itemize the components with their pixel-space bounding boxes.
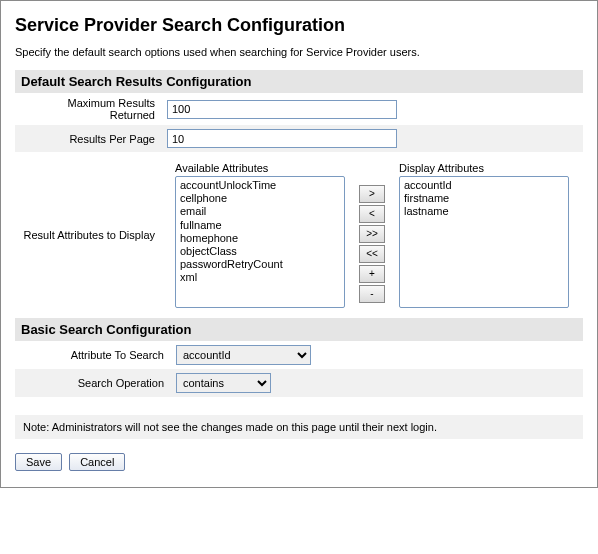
max-results-label: Maximum Results Returned <box>15 93 161 125</box>
attr-to-search-select[interactable]: accountId <box>176 345 311 365</box>
config-panel: Service Provider Search Configuration Sp… <box>0 0 598 488</box>
move-left-button[interactable]: < <box>359 205 385 223</box>
search-op-select[interactable]: contains <box>176 373 271 393</box>
move-down-button[interactable]: - <box>359 285 385 303</box>
save-button[interactable]: Save <box>15 453 62 471</box>
per-page-label: Results Per Page <box>15 125 161 152</box>
display-attrs-list[interactable]: accountIdfirstnamelastname <box>399 176 569 308</box>
basic-search-table: Attribute To Search accountId Search Ope… <box>15 341 583 397</box>
default-search-table: Maximum Results Returned Results Per Pag… <box>15 93 583 318</box>
note-bar: Note: Administrators will not see the ch… <box>15 415 583 439</box>
section-basic-header: Basic Search Configuration <box>15 318 583 341</box>
cancel-button[interactable]: Cancel <box>69 453 125 471</box>
move-all-right-button[interactable]: >> <box>359 225 385 243</box>
move-right-button[interactable]: > <box>359 185 385 203</box>
max-results-input[interactable] <box>167 100 397 119</box>
shuttle-buttons: > < >> << + - <box>359 167 385 303</box>
search-op-label: Search Operation <box>15 369 170 397</box>
page-title: Service Provider Search Configuration <box>15 15 583 36</box>
shuttle-table: Available Attributes accountUnlockTimece… <box>167 156 577 314</box>
display-attrs-header: Display Attributes <box>399 162 569 174</box>
move-up-button[interactable]: + <box>359 265 385 283</box>
attr-to-search-label: Attribute To Search <box>15 341 170 369</box>
page-description: Specify the default search options used … <box>15 46 583 58</box>
section-default-header: Default Search Results Configuration <box>15 70 583 93</box>
available-attrs-header: Available Attributes <box>175 162 345 174</box>
result-attrs-label: Result Attributes to Display <box>15 152 161 318</box>
move-all-left-button[interactable]: << <box>359 245 385 263</box>
action-bar: Save Cancel <box>15 453 583 471</box>
per-page-input[interactable] <box>167 129 397 148</box>
available-attrs-list[interactable]: accountUnlockTimecellphoneemailfullnameh… <box>175 176 345 308</box>
